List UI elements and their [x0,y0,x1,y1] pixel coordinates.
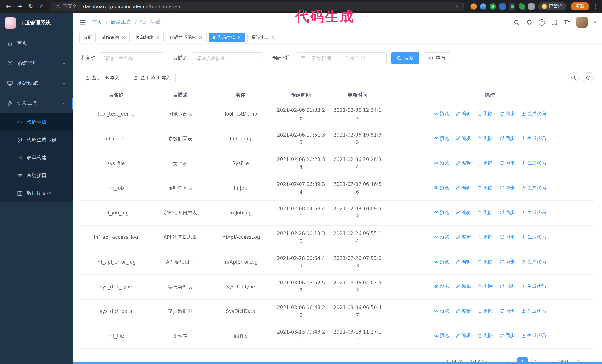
sync-link[interactable]: 同步 [500,307,515,315]
close-icon[interactable]: × [198,35,203,40]
tab-form-builder[interactable]: 表单构建× [132,32,164,42]
preview-link[interactable]: 预览 [434,283,449,290]
sidebar-item-system[interactable]: 系统管理 [0,53,73,73]
edit-link[interactable]: 编辑 [456,209,471,216]
generate-code-link[interactable]: 生成代码 [521,135,546,142]
sync-link[interactable]: 同步 [500,258,515,265]
update-button[interactable]: 更新 [570,2,589,10]
delete-link[interactable]: 删除 [478,258,493,265]
sync-link[interactable]: 同步 [500,283,515,290]
delete-link[interactable]: 删除 [478,184,493,191]
sidebar-item-infrastructure[interactable]: 基础设施 [0,73,73,93]
edit-link[interactable]: 编辑 [456,283,471,290]
generate-code-link[interactable]: 生成代码 [521,233,546,241]
close-icon[interactable]: × [271,35,276,40]
address-bar[interactable]: ⚠ 不安全 dashboard.yudao.iocoder.cn/tool/co… [51,2,464,11]
tab-codegen[interactable]: 代码生成× [209,32,245,42]
edit-link[interactable]: 编辑 [456,332,471,339]
font-size-icon[interactable]: TT [564,19,570,26]
dark-extension-icon[interactable] [509,3,515,10]
back-icon[interactable]: ← [4,1,13,11]
delete-link[interactable]: 删除 [478,332,493,339]
avatar-caret-icon[interactable]: ▾ [594,20,596,25]
breadcrumb-home[interactable]: 首页 [92,19,102,26]
sidebar-item-devtools[interactable]: 研发工具 [0,93,73,113]
preview-link[interactable]: 预览 [434,135,449,142]
refresh-table-button[interactable] [583,72,594,83]
people-extension-icon[interactable] [499,3,506,10]
generate-code-link[interactable]: 生成代码 [521,209,546,216]
sync-link[interactable]: 同步 [500,184,515,191]
reload-icon[interactable]: ↻ [26,1,36,11]
search-button[interactable]: 搜索 [391,52,419,64]
sync-link[interactable]: 同步 [500,209,515,216]
sync-link[interactable]: 同步 [500,110,515,117]
extensions-puzzle-icon[interactable] [528,3,535,10]
sidebar-item-codegen-example[interactable]: 代码生成示例 [0,131,73,149]
hide-search-button[interactable] [568,72,579,83]
sql-import-button[interactable]: 基于 SQL 导入 [129,73,176,83]
close-icon[interactable]: × [237,35,242,40]
delete-link[interactable]: 删除 [478,307,493,315]
sync-link[interactable]: 同步 [500,159,515,167]
generate-code-link[interactable]: 生成代码 [521,110,546,117]
generate-code-link[interactable]: 生成代码 [521,184,546,191]
generate-code-link[interactable]: 生成代码 [521,258,546,265]
app-logo[interactable]: 芋道管理系统 [0,13,73,33]
table-name-input[interactable] [100,52,163,64]
edit-link[interactable]: 编辑 [456,258,471,265]
table-desc-input[interactable] [192,52,263,64]
preview-link[interactable]: 预览 [434,110,449,117]
reset-button[interactable]: 重置 [423,52,451,64]
breadcrumb-devtools[interactable]: 研发工具 [111,19,131,26]
sidebar-item-system-api[interactable]: 系统接口 [0,167,73,184]
hamburger-icon[interactable] [79,19,86,26]
close-icon[interactable]: × [121,35,126,40]
github-icon[interactable] [526,19,533,25]
tab-codegen-example[interactable]: 代码生成示例× [166,32,207,42]
delete-link[interactable]: 删除 [478,233,493,241]
date-range-picker[interactable]: - [297,52,387,64]
edit-link[interactable]: 编辑 [456,159,471,167]
start-date-input[interactable] [307,55,336,61]
preview-link[interactable]: 预览 [434,307,449,315]
preview-link[interactable]: 预览 [434,258,449,265]
edit-link[interactable]: 编辑 [456,110,471,117]
browser-menu-icon[interactable]: ⋮ [593,3,598,9]
delete-link[interactable]: 删除 [478,135,493,142]
db-import-button[interactable]: 基于 DB 导入 [80,73,124,83]
fullscreen-icon[interactable] [551,19,558,25]
delete-link[interactable]: 删除 [478,159,493,167]
preview-link[interactable]: 预览 [434,209,449,216]
delete-link[interactable]: 删除 [478,110,493,117]
v-extension-icon[interactable]: V [490,3,496,10]
bookmark-star-icon[interactable]: ☆ [454,3,459,9]
close-icon[interactable]: × [155,35,160,40]
sync-link[interactable]: 同步 [500,233,515,241]
tab-tracing[interactable]: 链路追踪× [98,32,130,42]
leaf-extension-icon[interactable] [519,3,525,10]
edit-link[interactable]: 编辑 [456,135,471,142]
generate-code-link[interactable]: 生成代码 [521,283,546,290]
preview-link[interactable]: 预览 [434,184,449,191]
edit-link[interactable]: 编辑 [456,307,471,315]
sync-link[interactable]: 同步 [500,332,515,339]
end-date-input[interactable] [340,55,370,61]
forward-icon[interactable]: → [15,1,24,11]
home-icon[interactable]: ⌂ [37,1,47,11]
fox-extension-icon[interactable] [471,3,477,10]
sidebar-item-db-doc[interactable]: 数据库文档 [0,184,73,202]
help-icon[interactable]: ? [539,19,545,25]
generate-code-link[interactable]: 生成代码 [521,159,546,167]
tab-home[interactable]: 首页 [79,32,96,42]
sidebar-item-home[interactable]: 首页 [0,33,73,53]
delete-link[interactable]: 删除 [478,283,493,290]
preview-link[interactable]: 预览 [434,233,449,241]
sync-link[interactable]: 同步 [500,135,515,142]
user-avatar[interactable] [577,17,588,28]
sidebar-item-codegen[interactable]: 代码生成 [0,113,73,131]
paused-badge[interactable]: 已暂停 [538,2,566,10]
edit-link[interactable]: 编辑 [456,184,471,191]
edit-link[interactable]: 编辑 [456,233,471,241]
preview-link[interactable]: 预览 [434,332,449,339]
